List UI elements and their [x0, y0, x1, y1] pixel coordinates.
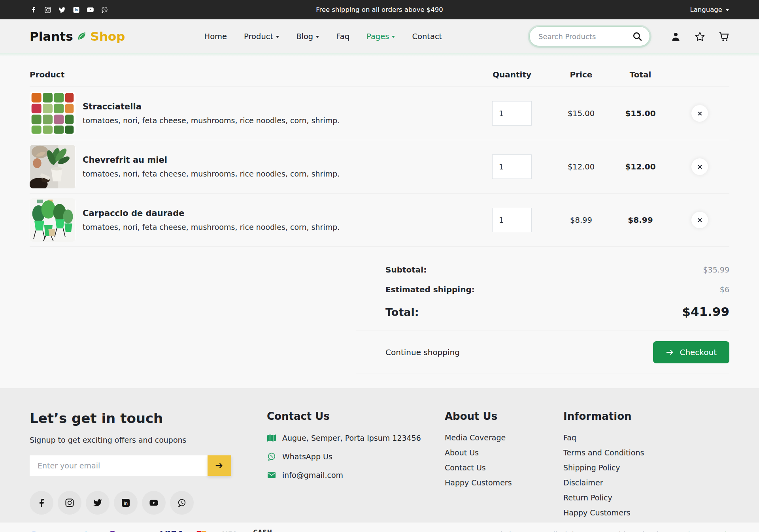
- payment-methods: G Pay pay tm P PhonePe VISA UPI CASH ON …: [30, 529, 273, 532]
- linkedin-icon[interactable]: in: [114, 491, 138, 515]
- footer-link-happy-customers[interactable]: Happy Customers: [563, 508, 631, 517]
- site-logo[interactable]: Plants Shop: [30, 29, 125, 43]
- newsletter-submit-button[interactable]: [208, 455, 231, 476]
- nav-faq[interactable]: Faq: [336, 32, 349, 41]
- checkout-button[interactable]: Checkout: [653, 341, 729, 363]
- nav-product[interactable]: Product: [244, 32, 279, 41]
- footer-link-terms[interactable]: Terms and Conditions: [563, 448, 644, 457]
- copyright-text: © 2013 Your Website Name. All Rights Res…: [439, 530, 668, 532]
- product-description: tomatoes, nori, feta cheese, mushrooms, …: [83, 169, 340, 178]
- envelope-icon: [267, 470, 276, 480]
- leaf-icon: [76, 30, 88, 43]
- chevron-down-icon: [316, 36, 319, 38]
- star-icon[interactable]: [695, 31, 705, 42]
- language-dropdown[interactable]: Language: [690, 6, 729, 13]
- instagram-icon[interactable]: [44, 6, 51, 13]
- shipping-value: $6: [720, 285, 729, 294]
- contact-title: Contact Us: [267, 410, 445, 422]
- contact-address[interactable]: Augue, Semper, Porta Ipsum 123456: [267, 433, 445, 443]
- arrow-right-icon: [215, 461, 224, 470]
- nav-pages[interactable]: Pages: [366, 32, 395, 41]
- footer-link-shipping-policy[interactable]: Shipping Policy: [563, 463, 620, 472]
- upi-icon: UPI: [221, 530, 240, 532]
- youtube-icon[interactable]: [142, 491, 166, 515]
- product-image-carpaccio: [30, 198, 76, 242]
- email-field[interactable]: [30, 455, 208, 476]
- subtotal-value: $35.99: [703, 265, 729, 274]
- gpay-icon: G Pay: [30, 530, 54, 532]
- whatsapp-icon[interactable]: [170, 491, 194, 515]
- footer-link-contact-us[interactable]: Contact Us: [445, 463, 486, 472]
- cart-page: Product Quantity Price Total Stracciatel…: [0, 56, 759, 388]
- linkedin-icon[interactable]: in: [72, 6, 80, 13]
- templateonweb-link[interactable]: TemplateOnWeb: [668, 530, 729, 532]
- potted-plants-image: [30, 198, 76, 242]
- footer-link-disclaimer[interactable]: Disclaimer: [563, 478, 603, 487]
- close-icon: [697, 111, 703, 117]
- product-name: Chevrefrit au miel: [83, 155, 340, 165]
- contact-email[interactable]: info@gmail.com: [267, 470, 445, 480]
- nav-blog[interactable]: Blog: [296, 32, 319, 41]
- chevron-down-icon: [276, 36, 279, 38]
- cart-actions: Continue shopping Checkout: [356, 331, 729, 374]
- cash-on-delivery-icon: CASH ON DELIVERY: [252, 530, 273, 532]
- quantity-input[interactable]: [492, 101, 532, 126]
- product-name: Stracciatella: [83, 102, 340, 111]
- search-bar: [529, 26, 650, 46]
- subtotal-label: Subtotal:: [385, 265, 427, 274]
- product-description: tomatoes, nori, feta cheese, mushrooms, …: [83, 116, 340, 125]
- close-icon: [697, 217, 703, 223]
- svg-text:in: in: [124, 501, 128, 506]
- remove-item-button[interactable]: [691, 105, 708, 122]
- column-total: Total: [611, 70, 670, 79]
- quantity-input[interactable]: [492, 154, 532, 179]
- contact-whatsapp[interactable]: WhatsApp Us: [267, 452, 445, 461]
- top-bar: in Free shipping on all orders above $49…: [0, 0, 759, 19]
- cart-item-row: Stracciatella tomatoes, nori, feta chees…: [30, 87, 729, 140]
- total-value: $41.99: [682, 305, 729, 319]
- cart-item-row: Chevrefrit au miel tomatoes, nori, feta …: [30, 140, 729, 194]
- twitter-icon[interactable]: [86, 491, 110, 515]
- youtube-icon[interactable]: [87, 6, 94, 13]
- logo-text-shop: Shop: [91, 29, 125, 43]
- facebook-icon[interactable]: [30, 491, 53, 515]
- twitter-icon[interactable]: [58, 6, 66, 13]
- quantity-input[interactable]: [492, 208, 532, 232]
- instagram-icon[interactable]: [58, 491, 81, 515]
- column-price: Price: [551, 70, 611, 79]
- facebook-icon[interactable]: [30, 6, 37, 13]
- continue-shopping-link[interactable]: Continue shopping: [385, 348, 460, 357]
- phonepe-icon: P PhonePe: [108, 531, 146, 532]
- footer-link-about-us[interactable]: About Us: [445, 448, 479, 457]
- subtotal-row: Subtotal: $35.99: [356, 265, 729, 274]
- topbar-social-icons: in: [30, 6, 108, 13]
- remove-item-button[interactable]: [691, 212, 708, 228]
- nav-home[interactable]: Home: [204, 32, 227, 41]
- item-price: $8.99: [551, 216, 611, 225]
- logo-text-plants: Plants: [30, 29, 73, 43]
- column-quantity: Quantity: [472, 70, 551, 79]
- footer: Let’s get in touch Signup to get excitin…: [0, 388, 759, 523]
- product-description: tomatoes, nori, feta cheese, mushrooms, …: [83, 223, 340, 231]
- main-header: Plants Shop Home Product Blog Faq Pages …: [0, 19, 759, 53]
- search-input[interactable]: [538, 32, 632, 41]
- footer-link-happy-customers[interactable]: Happy Customers: [445, 478, 512, 487]
- cart-item-row: Carpaccio de daurade tomatoes, nori, fet…: [30, 194, 729, 247]
- footer-link-faq[interactable]: Faq: [563, 433, 576, 442]
- footer-link-media-coverage[interactable]: Media Coverage: [445, 433, 506, 442]
- bottom-bar: G Pay pay tm P PhonePe VISA UPI CASH ON …: [0, 523, 759, 532]
- cart-icon[interactable]: [719, 31, 729, 42]
- checkout-label: Checkout: [680, 348, 717, 357]
- search-button[interactable]: [632, 31, 643, 42]
- shipping-row: Estimated shipping: $6: [356, 285, 729, 294]
- remove-item-button[interactable]: [691, 158, 708, 175]
- nav-contact[interactable]: Contact: [412, 32, 442, 41]
- arrow-right-icon: [666, 348, 674, 357]
- product-image-stracciatella: [30, 92, 76, 135]
- footer-link-return-policy[interactable]: Return Policy: [563, 493, 612, 502]
- user-icon[interactable]: [670, 31, 681, 42]
- item-price: $12.00: [551, 162, 611, 171]
- item-price: $15.00: [551, 109, 611, 118]
- whatsapp-icon[interactable]: [101, 6, 108, 13]
- language-label: Language: [690, 6, 722, 13]
